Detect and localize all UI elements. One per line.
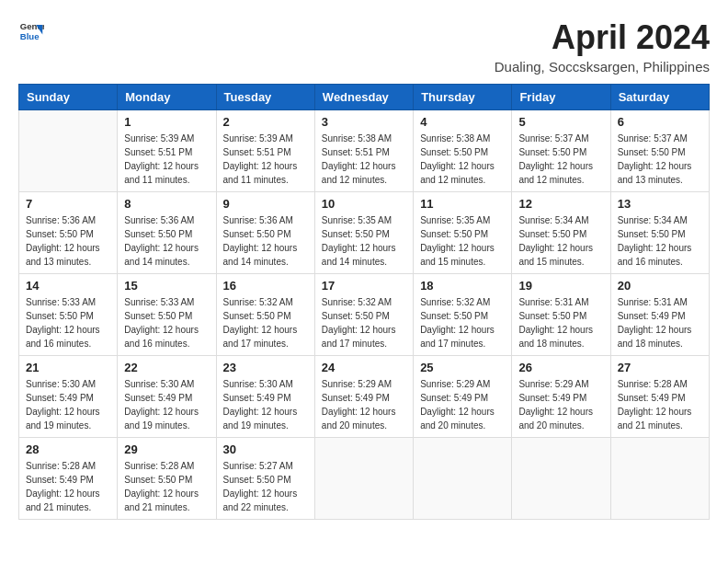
- day-number: 2: [223, 115, 308, 129]
- day-number: 7: [26, 197, 110, 211]
- week-row-5: 28Sunrise: 5:28 AMSunset: 5:49 PMDayligh…: [19, 438, 710, 520]
- day-info: Sunrise: 5:34 AMSunset: 5:50 PMDaylight:…: [518, 213, 603, 269]
- day-number: 3: [322, 115, 406, 129]
- day-info: Sunrise: 5:39 AMSunset: 5:51 PMDaylight:…: [124, 132, 209, 187]
- calendar-cell: 21Sunrise: 5:30 AMSunset: 5:49 PMDayligh…: [19, 356, 118, 438]
- day-number: 15: [124, 279, 209, 293]
- day-number: 9: [223, 197, 308, 211]
- calendar-cell: 11Sunrise: 5:35 AMSunset: 5:50 PMDayligh…: [414, 192, 512, 274]
- week-row-2: 7Sunrise: 5:36 AMSunset: 5:50 PMDaylight…: [19, 192, 710, 274]
- calendar-cell: 12Sunrise: 5:34 AMSunset: 5:50 PMDayligh…: [512, 192, 610, 274]
- day-info: Sunrise: 5:32 AMSunset: 5:50 PMDaylight:…: [420, 295, 505, 350]
- day-info: Sunrise: 5:29 AMSunset: 5:49 PMDaylight:…: [420, 377, 505, 432]
- day-number: 21: [26, 361, 110, 374]
- calendar-cell: [512, 438, 610, 520]
- calendar-cell: 9Sunrise: 5:36 AMSunset: 5:50 PMDaylight…: [216, 192, 314, 274]
- calendar-cell: 3Sunrise: 5:38 AMSunset: 5:51 PMDaylight…: [314, 110, 413, 192]
- calendar-cell: [19, 110, 118, 192]
- day-info: Sunrise: 5:34 AMSunset: 5:50 PMDaylight:…: [618, 213, 702, 269]
- calendar-cell: 4Sunrise: 5:38 AMSunset: 5:50 PMDaylight…: [414, 110, 512, 192]
- calendar-cell: [414, 438, 512, 520]
- day-info: Sunrise: 5:29 AMSunset: 5:49 PMDaylight:…: [322, 377, 406, 432]
- day-info: Sunrise: 5:28 AMSunset: 5:50 PMDaylight:…: [124, 459, 209, 514]
- title-block: April 2024 Dualing, Soccsksargen, Philip…: [495, 18, 710, 75]
- calendar-cell: 25Sunrise: 5:29 AMSunset: 5:49 PMDayligh…: [414, 356, 512, 438]
- svg-text:Blue: Blue: [20, 31, 40, 41]
- month-title: April 2024: [495, 18, 710, 57]
- day-number: 6: [618, 115, 702, 129]
- weekday-header-monday: Monday: [118, 85, 216, 110]
- day-number: 16: [223, 279, 308, 293]
- day-number: 17: [322, 279, 406, 293]
- day-info: Sunrise: 5:32 AMSunset: 5:50 PMDaylight:…: [322, 295, 406, 350]
- week-row-4: 21Sunrise: 5:30 AMSunset: 5:49 PMDayligh…: [19, 356, 710, 438]
- weekday-header-friday: Friday: [512, 85, 610, 110]
- day-number: 27: [618, 361, 702, 374]
- day-number: 11: [420, 197, 505, 211]
- calendar-cell: 29Sunrise: 5:28 AMSunset: 5:50 PMDayligh…: [118, 438, 216, 520]
- logo-icon: General Blue: [18, 18, 44, 44]
- calendar-cell: 27Sunrise: 5:28 AMSunset: 5:49 PMDayligh…: [610, 356, 709, 438]
- week-row-1: 1Sunrise: 5:39 AMSunset: 5:51 PMDaylight…: [19, 110, 710, 192]
- calendar-cell: 2Sunrise: 5:39 AMSunset: 5:51 PMDaylight…: [216, 110, 314, 192]
- weekday-header-row: SundayMondayTuesdayWednesdayThursdayFrid…: [19, 85, 710, 110]
- day-info: Sunrise: 5:29 AMSunset: 5:49 PMDaylight:…: [518, 377, 603, 432]
- day-number: 13: [618, 197, 702, 211]
- day-number: 8: [124, 197, 209, 211]
- day-number: 26: [518, 361, 603, 374]
- day-number: 24: [322, 361, 406, 374]
- day-number: 19: [518, 279, 603, 293]
- calendar-cell: [314, 438, 413, 520]
- calendar-cell: 28Sunrise: 5:28 AMSunset: 5:49 PMDayligh…: [19, 438, 118, 520]
- day-info: Sunrise: 5:30 AMSunset: 5:49 PMDaylight:…: [26, 377, 110, 432]
- location: Dualing, Soccsksargen, Philippines: [495, 59, 710, 75]
- day-info: Sunrise: 5:33 AMSunset: 5:50 PMDaylight:…: [124, 295, 209, 350]
- calendar-cell: 14Sunrise: 5:33 AMSunset: 5:50 PMDayligh…: [19, 274, 118, 356]
- calendar-cell: 24Sunrise: 5:29 AMSunset: 5:49 PMDayligh…: [314, 356, 413, 438]
- day-number: 20: [618, 279, 702, 293]
- day-number: 22: [124, 361, 209, 374]
- calendar-cell: 5Sunrise: 5:37 AMSunset: 5:50 PMDaylight…: [512, 110, 610, 192]
- day-number: 29: [124, 442, 209, 456]
- calendar-cell: 16Sunrise: 5:32 AMSunset: 5:50 PMDayligh…: [216, 274, 314, 356]
- day-number: 18: [420, 279, 505, 293]
- day-info: Sunrise: 5:35 AMSunset: 5:50 PMDaylight:…: [420, 213, 505, 269]
- page-header: General Blue April 2024 Dualing, Soccsks…: [18, 18, 710, 75]
- calendar-cell: 23Sunrise: 5:30 AMSunset: 5:49 PMDayligh…: [216, 356, 314, 438]
- weekday-header-sunday: Sunday: [19, 85, 118, 110]
- day-info: Sunrise: 5:37 AMSunset: 5:50 PMDaylight:…: [518, 132, 603, 187]
- day-info: Sunrise: 5:37 AMSunset: 5:50 PMDaylight:…: [618, 132, 702, 187]
- calendar-cell: 6Sunrise: 5:37 AMSunset: 5:50 PMDaylight…: [610, 110, 709, 192]
- day-info: Sunrise: 5:36 AMSunset: 5:50 PMDaylight:…: [124, 213, 209, 269]
- calendar-cell: [610, 438, 709, 520]
- calendar-cell: 22Sunrise: 5:30 AMSunset: 5:49 PMDayligh…: [118, 356, 216, 438]
- calendar-cell: 17Sunrise: 5:32 AMSunset: 5:50 PMDayligh…: [314, 274, 413, 356]
- day-number: 10: [322, 197, 406, 211]
- day-info: Sunrise: 5:33 AMSunset: 5:50 PMDaylight:…: [26, 295, 110, 350]
- day-info: Sunrise: 5:30 AMSunset: 5:49 PMDaylight:…: [124, 377, 209, 432]
- day-info: Sunrise: 5:27 AMSunset: 5:50 PMDaylight:…: [223, 459, 308, 514]
- day-number: 23: [223, 361, 308, 374]
- calendar-cell: 10Sunrise: 5:35 AMSunset: 5:50 PMDayligh…: [314, 192, 413, 274]
- day-info: Sunrise: 5:30 AMSunset: 5:49 PMDaylight:…: [223, 377, 308, 432]
- day-info: Sunrise: 5:28 AMSunset: 5:49 PMDaylight:…: [26, 459, 110, 514]
- day-info: Sunrise: 5:38 AMSunset: 5:51 PMDaylight:…: [322, 132, 406, 187]
- calendar-cell: 18Sunrise: 5:32 AMSunset: 5:50 PMDayligh…: [414, 274, 512, 356]
- day-info: Sunrise: 5:32 AMSunset: 5:50 PMDaylight:…: [223, 295, 308, 350]
- logo: General Blue: [18, 18, 44, 44]
- calendar-cell: 1Sunrise: 5:39 AMSunset: 5:51 PMDaylight…: [118, 110, 216, 192]
- day-info: Sunrise: 5:28 AMSunset: 5:49 PMDaylight:…: [618, 377, 702, 432]
- calendar-cell: 20Sunrise: 5:31 AMSunset: 5:49 PMDayligh…: [610, 274, 709, 356]
- calendar-cell: 8Sunrise: 5:36 AMSunset: 5:50 PMDaylight…: [118, 192, 216, 274]
- day-number: 14: [26, 279, 110, 293]
- day-info: Sunrise: 5:36 AMSunset: 5:50 PMDaylight:…: [223, 213, 308, 269]
- day-info: Sunrise: 5:38 AMSunset: 5:50 PMDaylight:…: [420, 132, 505, 187]
- weekday-header-wednesday: Wednesday: [314, 85, 413, 110]
- calendar-cell: 30Sunrise: 5:27 AMSunset: 5:50 PMDayligh…: [216, 438, 314, 520]
- weekday-header-thursday: Thursday: [414, 85, 512, 110]
- day-info: Sunrise: 5:31 AMSunset: 5:49 PMDaylight:…: [618, 295, 702, 350]
- calendar-cell: 19Sunrise: 5:31 AMSunset: 5:50 PMDayligh…: [512, 274, 610, 356]
- calendar: SundayMondayTuesdayWednesdayThursdayFrid…: [18, 84, 710, 520]
- day-number: 25: [420, 361, 505, 374]
- day-info: Sunrise: 5:31 AMSunset: 5:50 PMDaylight:…: [518, 295, 603, 350]
